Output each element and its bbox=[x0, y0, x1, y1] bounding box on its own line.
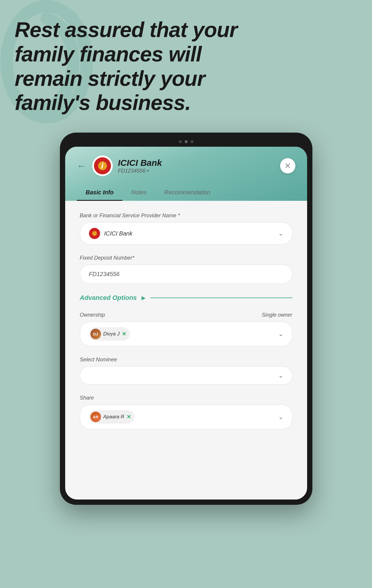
ownership-select-inner: DJ Divya J ✕ bbox=[89, 327, 132, 341]
tablet-dot-2 bbox=[185, 140, 188, 143]
icici-logo-icon bbox=[94, 157, 111, 174]
tablet-dot-3 bbox=[191, 140, 193, 143]
close-button[interactable]: ✕ bbox=[280, 158, 295, 173]
app-header-top: ← ICICI Bank FD1234556 • ✕ bbox=[77, 156, 295, 176]
owner-tag-chip: DJ Divya J ✕ bbox=[89, 327, 130, 341]
bank-provider-group: Bank or Financial Service Provider Name … bbox=[80, 213, 292, 245]
nominee-select[interactable]: ⌄ bbox=[80, 366, 292, 385]
nominee-label: Select Nominee bbox=[80, 357, 292, 363]
divya-avatar-image: DJ bbox=[90, 329, 101, 339]
advanced-options-divider bbox=[150, 298, 292, 298]
ownership-group: Ownership Single owner DJ Divya J ✕ bbox=[80, 312, 292, 346]
bank-logo bbox=[92, 156, 113, 176]
advanced-options-row[interactable]: Advanced Options ▶ bbox=[80, 294, 292, 302]
ownership-label: Ownership bbox=[80, 312, 105, 318]
hero-heading: Rest assured that your family finances w… bbox=[15, 18, 250, 115]
owner-avatar: DJ bbox=[90, 329, 101, 339]
nominee-chevron-icon: ⌄ bbox=[278, 372, 283, 379]
bank-name: ICICI Bank bbox=[118, 158, 162, 168]
share-select-inner: AR Apaara R ✕ bbox=[89, 410, 137, 424]
fd-number-input[interactable] bbox=[80, 265, 292, 284]
app-header: ← ICICI Bank FD1234556 • ✕ bbox=[65, 147, 307, 201]
ownership-type-label: Single owner bbox=[262, 312, 292, 318]
share-label: Share bbox=[80, 395, 292, 401]
back-button[interactable]: ← bbox=[77, 161, 86, 171]
fd-number-label: Fixed Deposit Number* bbox=[80, 255, 292, 261]
share-chevron-icon: ⌄ bbox=[278, 413, 283, 420]
nominee-group: Select Nominee ⌄ bbox=[80, 357, 292, 385]
close-icon: ✕ bbox=[285, 162, 291, 170]
tab-notes[interactable]: Notes bbox=[122, 185, 155, 201]
hero-section: Rest assured that your family finances w… bbox=[0, 0, 264, 127]
fd-number-group: Fixed Deposit Number* bbox=[80, 255, 292, 284]
form-area: Bank or Financial Service Provider Name … bbox=[65, 201, 307, 451]
share-tag-remove-icon[interactable]: ✕ bbox=[127, 414, 131, 420]
bank-name-group: ICICI Bank FD1234556 • bbox=[118, 158, 162, 174]
bank-provider-label: Bank or Financial Service Provider Name … bbox=[80, 213, 292, 219]
ownership-header: Ownership Single owner bbox=[80, 312, 292, 318]
owner-name: Divya J bbox=[103, 331, 120, 337]
tablet-wrapper: ← ICICI Bank FD1234556 • ✕ bbox=[0, 133, 372, 528]
icici-select-icon bbox=[89, 228, 100, 239]
ownership-chevron-icon: ⌄ bbox=[278, 330, 283, 338]
bank-chevron-icon: ⌄ bbox=[278, 230, 283, 237]
tablet-topbar bbox=[65, 138, 307, 147]
share-select[interactable]: AR Apaara R ✕ ⌄ bbox=[80, 405, 292, 429]
tablet-device: ← ICICI Bank FD1234556 • ✕ bbox=[60, 133, 312, 505]
apaara-avatar-image: AR bbox=[90, 412, 101, 422]
tablet-screen: ← ICICI Bank FD1234556 • ✕ bbox=[65, 147, 307, 500]
ownership-select[interactable]: DJ Divya J ✕ ⌄ bbox=[80, 322, 292, 346]
advanced-options-label: Advanced Options bbox=[80, 294, 137, 302]
owner-tag-remove-icon[interactable]: ✕ bbox=[122, 331, 126, 337]
app-tabs: Basic Info Notes Recommendation bbox=[77, 185, 295, 201]
advanced-options-arrow-icon: ▶ bbox=[142, 295, 146, 301]
account-number: FD1234556 • bbox=[118, 168, 162, 174]
share-group: Share AR Apaara R ✕ ⌄ bbox=[80, 395, 292, 429]
bank-provider-select[interactable]: ICICI Bank ⌄ bbox=[80, 222, 292, 245]
bank-selected-text: ICICI Bank bbox=[104, 230, 133, 237]
select-field-inner: ICICI Bank bbox=[89, 228, 133, 239]
share-avatar: AR bbox=[90, 412, 101, 422]
share-tag-chip: AR Apaara R ✕ bbox=[89, 410, 135, 424]
tab-recommendation[interactable]: Recommendation bbox=[155, 185, 219, 201]
share-person-name: Apaara R bbox=[103, 414, 124, 420]
tab-basic-info[interactable]: Basic Info bbox=[77, 185, 123, 201]
tablet-dot-1 bbox=[179, 140, 182, 143]
bank-info: ICICI Bank FD1234556 • bbox=[92, 156, 280, 176]
